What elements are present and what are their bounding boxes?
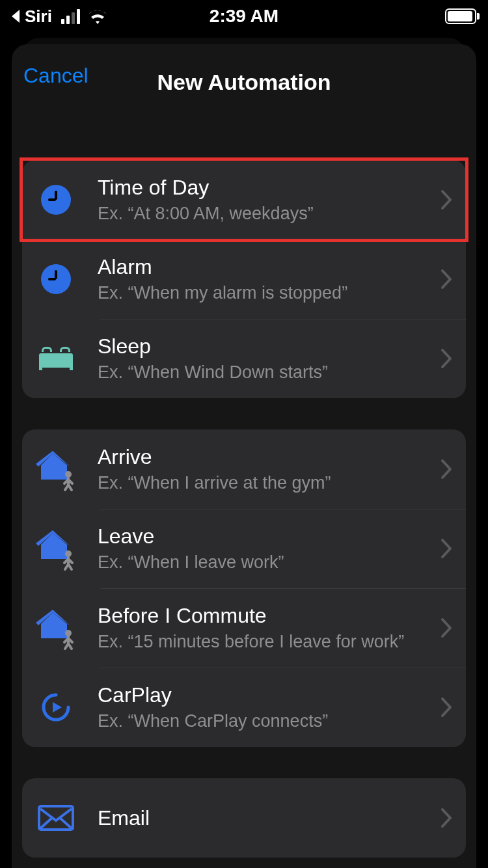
house-person-icon [36, 610, 76, 646]
battery-icon [445, 8, 476, 24]
row-title: Alarm [98, 255, 435, 279]
chevron-right-icon [440, 458, 453, 480]
row-subtitle: Ex. “When Wind Down starts” [98, 362, 435, 383]
row-subtitle: Ex. “At 8:00 AM, weekdays” [98, 204, 435, 224]
chevron-right-icon [440, 807, 453, 829]
status-bar-right [445, 8, 476, 24]
row-subtitle: Ex. “When I leave work” [98, 552, 435, 573]
trigger-group: Time of DayEx. “At 8:00 AM, weekdays”Ala… [22, 160, 466, 398]
row-text: Before I CommuteEx. “15 minutes before I… [79, 604, 435, 652]
row-title: Sleep [98, 334, 435, 359]
chevron-right-icon [440, 537, 453, 560]
trigger-row[interactable]: SleepEx. “When Wind Down starts” [22, 319, 466, 398]
sheet-header: Cancel New Automation [12, 64, 476, 100]
chevron-right-icon [440, 268, 453, 290]
row-icon-wrap [33, 530, 79, 567]
row-text: CarPlayEx. “When CarPlay connects” [79, 683, 435, 731]
row-title: Leave [98, 524, 435, 549]
row-title: Time of Day [98, 176, 435, 200]
chevron-right-icon [440, 347, 453, 370]
status-bar-left: Siri [12, 7, 107, 27]
trigger-row[interactable]: LeaveEx. “When I leave work” [22, 509, 466, 588]
row-title: Email [98, 806, 435, 830]
cancel-button[interactable]: Cancel [23, 64, 88, 88]
row-title: Arrive [98, 445, 435, 469]
svg-line-6 [60, 818, 72, 828]
chevron-right-icon [440, 696, 453, 718]
row-icon-wrap [33, 805, 79, 831]
row-text: Email [79, 806, 435, 830]
back-app-label[interactable]: Siri [25, 7, 52, 27]
row-text: Time of DayEx. “At 8:00 AM, weekdays” [79, 176, 435, 224]
row-icon-wrap [33, 610, 79, 646]
trigger-row[interactable]: ArriveEx. “When I arrive at the gym” [22, 429, 466, 509]
clock-icon [41, 264, 71, 294]
row-icon-wrap [33, 347, 79, 370]
carplay-icon [40, 691, 72, 724]
automation-sheet: Cancel New Automation Time of DayEx. “At… [12, 44, 476, 868]
sheet-title: New Automation [157, 70, 331, 95]
trigger-row[interactable]: Email [22, 778, 466, 858]
house-person-icon [36, 451, 76, 487]
chevron-right-icon [440, 189, 453, 211]
row-icon-wrap [33, 185, 79, 215]
wifi-icon [88, 9, 107, 23]
row-title: Before I Commute [98, 604, 435, 628]
trigger-row[interactable]: AlarmEx. “When my alarm is stopped” [22, 239, 466, 319]
trigger-row[interactable]: CarPlayEx. “When CarPlay connects” [22, 668, 466, 747]
status-bar: Siri 2:39 AM [0, 0, 488, 33]
row-icon-wrap [33, 691, 79, 724]
row-subtitle: Ex. “When my alarm is stopped” [98, 283, 435, 303]
row-text: SleepEx. “When Wind Down starts” [79, 334, 435, 383]
row-subtitle: Ex. “When I arrive at the gym” [98, 473, 435, 493]
row-text: LeaveEx. “When I leave work” [79, 524, 435, 573]
row-icon-wrap [33, 264, 79, 294]
bed-icon [39, 347, 73, 370]
chevron-right-icon [440, 617, 453, 639]
clock-icon [41, 185, 71, 215]
trigger-group: Email [22, 778, 466, 858]
back-triangle-icon[interactable] [12, 10, 20, 23]
mail-icon [38, 805, 74, 831]
row-text: ArriveEx. “When I arrive at the gym” [79, 445, 435, 493]
row-subtitle: Ex. “15 minutes before I leave for work” [98, 632, 435, 652]
trigger-row[interactable]: Time of DayEx. “At 8:00 AM, weekdays” [22, 160, 466, 239]
trigger-group: ArriveEx. “When I arrive at the gym”Leav… [22, 429, 466, 747]
row-text: AlarmEx. “When my alarm is stopped” [79, 255, 435, 303]
cellular-signal-icon [61, 9, 80, 24]
status-bar-time: 2:39 AM [210, 6, 278, 27]
svg-marker-3 [53, 702, 62, 712]
row-title: CarPlay [98, 683, 435, 707]
row-subtitle: Ex. “When CarPlay connects” [98, 711, 435, 731]
svg-line-5 [40, 818, 52, 828]
row-icon-wrap [33, 451, 79, 487]
house-person-icon [36, 530, 76, 567]
trigger-row[interactable]: Before I CommuteEx. “15 minutes before I… [22, 588, 466, 668]
